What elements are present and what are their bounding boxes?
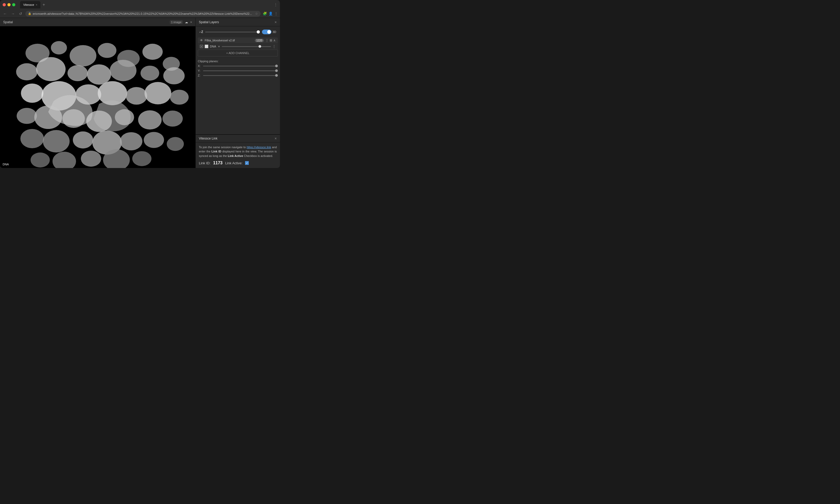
vitessce-link-panel: Vitessce Link × To join the same session… [196,134,280,168]
channel-checkbox[interactable] [200,45,203,48]
tab-vitessce[interactable]: Vitessce × [20,1,40,8]
back-button[interactable]: ← [2,11,8,16]
browser-chrome: Vitessce × + ⋮ [0,0,280,10]
image-count-badge: 1 image [170,20,183,24]
link-id-value: 1173 [213,161,223,165]
spatial-layers-content: ⌐Z 3D [196,26,280,134]
layer-name: F8iia_bloodvessel v2.tif [205,39,253,42]
svg-point-4 [98,43,117,58]
y-clipping-slider[interactable] [203,70,278,71]
3d-toggle: 3D [262,30,276,34]
add-channel-label: + ADD CHANNEL [226,51,250,55]
svg-point-8 [16,63,37,80]
left-panel-close-icon[interactable]: × [190,20,192,24]
channel-color-swatch[interactable] [205,44,208,48]
spatial-layers-title: Spatial Layers [199,20,219,24]
svg-point-29 [20,129,44,148]
layer-settings-icon[interactable]: ⊞ [270,38,272,42]
channel-dropdown-icon[interactable]: ▼ [218,45,220,48]
link-active-checkbox[interactable] [245,161,249,165]
forward-button[interactable]: → [10,11,16,16]
spatial-layers-close-icon[interactable]: × [275,20,277,24]
browser-menu-dots-icon[interactable]: ⋮ [274,12,278,16]
svg-point-19 [126,87,147,105]
svg-point-10 [68,65,88,81]
spatial-panel-header: Spatial 1 image ☁ × [0,18,195,26]
clipping-z-row: Z: [198,74,278,77]
svg-point-12 [110,60,137,81]
channel-row: DNA ▼ ⋮ [198,43,278,49]
channel-name: DNA [210,45,216,48]
svg-point-33 [120,132,142,150]
channel-slider[interactable] [222,46,271,47]
refresh-button[interactable]: ↺ [18,11,23,16]
tab-title: Vitessce [23,3,34,6]
svg-point-34 [144,132,164,148]
link-desc-part4: Checkbox is activated. [244,154,273,158]
layer-actions: ⋮ ⊞ ∧ [265,38,276,42]
new-tab-button[interactable]: + [41,2,46,7]
eye-icon[interactable]: 👁 [200,38,203,42]
extensions-icon[interactable]: 🧩 [263,12,267,16]
svg-point-30 [43,130,69,152]
upload-icon[interactable]: ☁ [185,20,188,24]
z-slider-thumb[interactable] [257,30,260,34]
3d-toggle-switch[interactable] [262,30,272,34]
spatial-layers-panel: Spatial Layers × ⌐Z [196,18,280,134]
z-slider-track[interactable] [205,32,260,33]
3d-toggle-row: ⌐Z 3D [198,29,278,35]
y-axis-label: Y: [198,69,202,72]
vitessce-link-url[interactable]: https://vitessce.link [247,146,271,149]
close-button[interactable] [3,3,6,6]
x-clipping-thumb[interactable] [275,65,278,67]
link-panel-header: Vitessce Link × [196,134,280,142]
link-panel-content: To join the same session navigate to htt… [196,142,280,168]
minimize-button[interactable] [7,3,11,6]
link-desc-part1: To join the same session navigate to [199,146,246,149]
channel-slider-thumb[interactable] [258,45,261,48]
tab-close-icon[interactable]: × [36,3,37,6]
svg-point-22 [17,108,37,124]
lock-icon: 🔒 [28,12,31,15]
3d-toggle-knob [267,30,271,34]
profile-icon[interactable]: 👤 [269,12,273,16]
3d-label: 3D [273,30,276,34]
svg-point-13 [140,66,159,81]
channel-menu-icon[interactable]: ⋮ [273,44,276,48]
url-text: ericmoerth.at/vitessce/?url=data:,%7B%0A… [33,12,252,15]
dna-label: DNA [3,163,9,166]
spatial-panel-title: Spatial [3,20,13,24]
link-id-label: Link ID [211,150,221,153]
svg-point-15 [21,84,43,103]
link-id-row: Link ID: 1173 Link Active: [199,161,277,165]
z-clipping-slider[interactable] [203,75,278,76]
add-channel-button[interactable]: + ADD CHANNEL [198,50,278,56]
spatial-layers-header: Spatial Layers × [196,18,280,26]
layer-badge: 1220 [255,39,264,42]
svg-point-21 [170,90,189,105]
svg-point-9 [36,57,66,81]
browser-menu-icon[interactable]: ⋮ [274,3,277,6]
address-bar[interactable]: 🔒 ericmoerth.at/vitessce/?url=data:,%7B%… [25,11,261,17]
microscopy-image [0,26,195,168]
layer-expand-icon[interactable]: ∧ [273,38,276,42]
canvas-area: DNA [0,26,195,168]
traffic-lights [3,3,15,6]
x-axis-label: X: [198,64,202,68]
right-panels: Spatial Layers × ⌐Z [195,18,280,168]
y-clipping-thumb[interactable] [275,69,278,72]
x-clipping-slider[interactable] [203,66,278,67]
maximize-button[interactable] [12,3,15,6]
bookmark-icon[interactable]: ☆ [255,12,258,16]
link-panel-title: Vitessce Link [199,137,217,140]
z-clipping-thumb[interactable] [275,74,278,77]
svg-point-38 [81,150,101,167]
left-panel: Spatial 1 image ☁ × [0,18,195,168]
svg-point-28 [162,110,183,127]
link-active-label: Link Active [228,154,243,158]
z-axis-icon: ⌐Z [199,30,203,34]
app-area: Spatial 1 image ☁ × [0,18,280,168]
svg-point-36 [31,152,50,167]
layer-menu-icon[interactable]: ⋮ [265,38,269,42]
link-panel-close-icon[interactable]: × [275,136,277,141]
